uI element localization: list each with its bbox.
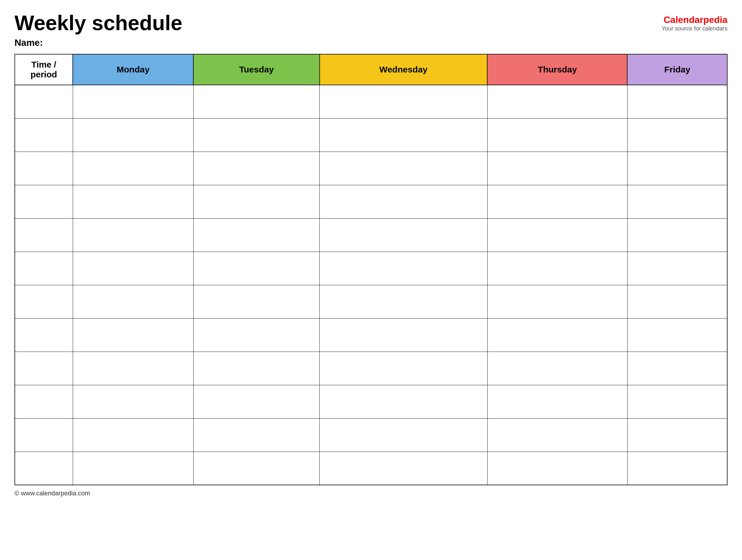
schedule-cell[interactable] xyxy=(193,85,319,118)
schedule-cell[interactable] xyxy=(193,152,319,185)
schedule-cell[interactable] xyxy=(627,218,727,252)
schedule-cell[interactable] xyxy=(487,318,627,352)
logo-brand-plain: Calendar xyxy=(664,14,703,25)
time-cell[interactable] xyxy=(15,218,73,252)
time-cell[interactable] xyxy=(15,85,73,118)
schedule-cell[interactable] xyxy=(627,352,727,385)
schedule-cell[interactable] xyxy=(320,385,487,418)
schedule-cell[interactable] xyxy=(627,185,727,218)
schedule-cell[interactable] xyxy=(320,152,487,185)
schedule-cell[interactable] xyxy=(73,252,193,285)
schedule-cell[interactable] xyxy=(193,252,319,285)
schedule-cell[interactable] xyxy=(193,385,319,418)
schedule-cell[interactable] xyxy=(73,118,193,152)
schedule-cell[interactable] xyxy=(627,118,727,152)
table-row xyxy=(15,285,727,318)
schedule-cell[interactable] xyxy=(73,385,193,418)
table-row xyxy=(15,352,727,385)
schedule-cell[interactable] xyxy=(193,352,319,385)
time-cell[interactable] xyxy=(15,385,73,418)
schedule-cell[interactable] xyxy=(487,185,627,218)
time-cell[interactable] xyxy=(15,418,73,452)
time-cell[interactable] xyxy=(15,118,73,152)
table-row xyxy=(15,252,727,285)
col-header-thursday: Thursday xyxy=(487,54,627,85)
footer: © www.calendarpedia.com xyxy=(14,490,728,497)
schedule-cell[interactable] xyxy=(487,285,627,318)
schedule-cell[interactable] xyxy=(73,152,193,185)
time-cell[interactable] xyxy=(15,452,73,485)
schedule-cell[interactable] xyxy=(487,418,627,452)
schedule-cell[interactable] xyxy=(487,118,627,152)
schedule-cell[interactable] xyxy=(193,118,319,152)
col-header-tuesday: Tuesday xyxy=(193,54,319,85)
schedule-cell[interactable] xyxy=(487,152,627,185)
schedule-cell[interactable] xyxy=(320,418,487,452)
time-cell[interactable] xyxy=(15,352,73,385)
schedule-cell[interactable] xyxy=(320,218,487,252)
schedule-cell[interactable] xyxy=(627,152,727,185)
table-row xyxy=(15,218,727,252)
schedule-cell[interactable] xyxy=(627,85,727,118)
schedule-cell[interactable] xyxy=(627,385,727,418)
schedule-cell[interactable] xyxy=(320,185,487,218)
schedule-cell[interactable] xyxy=(73,85,193,118)
page-title: Weekly schedule xyxy=(14,12,182,35)
schedule-cell[interactable] xyxy=(627,252,727,285)
schedule-body xyxy=(15,85,727,485)
table-row xyxy=(15,118,727,152)
schedule-cell[interactable] xyxy=(320,352,487,385)
schedule-cell[interactable] xyxy=(320,118,487,152)
schedule-cell[interactable] xyxy=(320,452,487,485)
schedule-cell[interactable] xyxy=(73,352,193,385)
table-row xyxy=(15,152,727,185)
col-header-friday: Friday xyxy=(627,54,727,85)
table-header-row: Time / period Monday Tuesday Wednesday T… xyxy=(15,54,727,85)
schedule-cell[interactable] xyxy=(320,318,487,352)
schedule-cell[interactable] xyxy=(73,452,193,485)
schedule-cell[interactable] xyxy=(627,318,727,352)
schedule-cell[interactable] xyxy=(320,285,487,318)
schedule-cell[interactable] xyxy=(627,452,727,485)
schedule-cell[interactable] xyxy=(487,218,627,252)
table-row xyxy=(15,318,727,352)
schedule-table: Time / period Monday Tuesday Wednesday T… xyxy=(14,54,728,485)
schedule-cell[interactable] xyxy=(320,85,487,118)
schedule-cell[interactable] xyxy=(193,218,319,252)
schedule-cell[interactable] xyxy=(487,252,627,285)
col-header-wednesday: Wednesday xyxy=(320,54,487,85)
schedule-cell[interactable] xyxy=(487,452,627,485)
schedule-cell[interactable] xyxy=(73,218,193,252)
time-cell[interactable] xyxy=(15,185,73,218)
schedule-cell[interactable] xyxy=(487,385,627,418)
time-cell[interactable] xyxy=(15,152,73,185)
table-row xyxy=(15,418,727,452)
schedule-cell[interactable] xyxy=(73,418,193,452)
time-cell[interactable] xyxy=(15,285,73,318)
schedule-cell[interactable] xyxy=(73,285,193,318)
table-row xyxy=(15,385,727,418)
table-row xyxy=(15,452,727,485)
col-header-time: Time / period xyxy=(15,54,73,85)
footer-url: © www.calendarpedia.com xyxy=(14,490,90,497)
schedule-cell[interactable] xyxy=(73,185,193,218)
schedule-cell[interactable] xyxy=(193,418,319,452)
schedule-cell[interactable] xyxy=(193,185,319,218)
schedule-cell[interactable] xyxy=(320,252,487,285)
time-cell[interactable] xyxy=(15,252,73,285)
logo-brand-accent: pedia xyxy=(703,14,728,25)
table-row xyxy=(15,85,727,118)
schedule-cell[interactable] xyxy=(627,418,727,452)
main-title: Weekly schedule xyxy=(14,12,182,35)
schedule-cell[interactable] xyxy=(193,318,319,352)
logo-tagline: Your source for calendars xyxy=(662,25,728,32)
schedule-cell[interactable] xyxy=(193,285,319,318)
schedule-cell[interactable] xyxy=(487,352,627,385)
time-cell[interactable] xyxy=(15,318,73,352)
schedule-cell[interactable] xyxy=(627,285,727,318)
col-header-monday: Monday xyxy=(73,54,193,85)
schedule-cell[interactable] xyxy=(487,85,627,118)
schedule-cell[interactable] xyxy=(73,318,193,352)
name-label: Name: xyxy=(14,37,728,48)
schedule-cell[interactable] xyxy=(193,452,319,485)
